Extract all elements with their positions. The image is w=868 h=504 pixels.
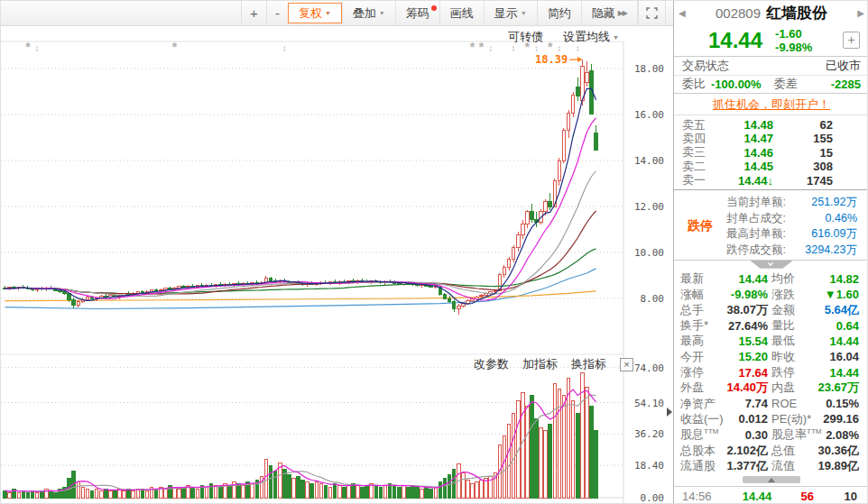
stat-label: 换手* bbox=[680, 317, 708, 334]
high-price-annotation: 18.39 bbox=[535, 53, 568, 66]
limit-info-value: 3294.23万 bbox=[805, 243, 857, 258]
stat-cell: 涨跌▼1.60 bbox=[771, 287, 863, 302]
stat-label: 跌停 bbox=[771, 364, 795, 380]
pane-collapse-handle[interactable] bbox=[667, 408, 672, 417]
toolbar-button-label: 叠加 bbox=[353, 5, 376, 22]
volume-bar bbox=[544, 431, 548, 498]
volume-bar bbox=[392, 485, 396, 498]
candle-body bbox=[544, 202, 548, 211]
toolbar-button-draw-line[interactable]: 画线 bbox=[439, 1, 484, 25]
stat-value: 7.74 bbox=[716, 397, 771, 410]
stat-value: 15.54 bbox=[704, 334, 771, 348]
price-axis-label: 14.00 bbox=[634, 155, 664, 167]
stat-label: 均价 bbox=[771, 270, 795, 287]
zoom-in-button[interactable]: + bbox=[241, 1, 266, 25]
weicha-value: -2285 bbox=[831, 78, 861, 91]
tick-price: 14.44 bbox=[729, 490, 785, 503]
add-to-watchlist-button[interactable]: + bbox=[843, 32, 860, 49]
volume-bar bbox=[443, 479, 447, 498]
toolbar-button-simple-mode[interactable]: 简约 bbox=[537, 1, 581, 25]
volume-axis-label: 0.00 bbox=[641, 492, 665, 504]
tick-volume: 56 bbox=[785, 490, 834, 503]
volume-bar bbox=[476, 481, 479, 498]
stat-cell: ROE0.15% bbox=[771, 396, 863, 411]
zoom-out-button[interactable]: - bbox=[266, 1, 288, 25]
sell-order-row[interactable]: 卖一14.44↓1745 bbox=[674, 173, 868, 187]
volume-bar bbox=[540, 427, 543, 498]
volume-bar bbox=[242, 485, 245, 498]
fullscreen-button[interactable] bbox=[638, 1, 666, 25]
candle-body bbox=[59, 290, 62, 292]
weibi-label: 委比 bbox=[682, 76, 706, 92]
volume-bar bbox=[54, 492, 58, 498]
stats-grid: 最新14.44均价14.82涨幅-9.98%涨跌▼1.60总手38.07万金额5… bbox=[674, 269, 868, 474]
candle-body bbox=[31, 289, 34, 290]
stat-label: ROE bbox=[771, 397, 797, 410]
sell-order-row[interactable]: 卖五14.4862 bbox=[674, 118, 868, 132]
chart-toolbar: + - 复权▼叠加▼筹码画线显示▼简约隐藏▶▶ bbox=[1, 1, 673, 26]
weicha-label: 委差 bbox=[774, 76, 798, 92]
sell-price: 14.48 bbox=[708, 118, 773, 132]
sell-order-row[interactable]: 卖四14.47155 bbox=[674, 132, 868, 145]
stat-cell: 跌停14.44 bbox=[771, 364, 863, 380]
volume-bar bbox=[4, 490, 7, 498]
switch-indicator-link[interactable]: 换指标 bbox=[571, 356, 606, 372]
candle-body bbox=[86, 298, 89, 300]
sell-order-row[interactable]: 卖二14.45308 bbox=[674, 160, 868, 173]
stat-label: 净资产 bbox=[680, 396, 716, 412]
stat-value: 38.07万 bbox=[704, 302, 771, 318]
next-stock-icon[interactable]: ▶ bbox=[853, 8, 868, 18]
volume-bar bbox=[50, 490, 53, 498]
close-indicator-icon[interactable]: × bbox=[620, 358, 633, 371]
event-updown-icon: ↕ bbox=[282, 43, 287, 53]
event-updown-icon: ↕ bbox=[488, 43, 493, 53]
add-indicator-link[interactable]: 加指标 bbox=[522, 356, 558, 372]
volume-bar bbox=[145, 490, 149, 498]
sell-volume: 308 bbox=[773, 160, 868, 173]
expand-limit-info-button[interactable] bbox=[750, 261, 793, 269]
toolbar-button-overlay[interactable]: 叠加▼ bbox=[342, 1, 395, 25]
volume-axis-label: 36.20 bbox=[634, 428, 664, 440]
edit-params-link[interactable]: 改参数 bbox=[474, 356, 509, 372]
volume-bar bbox=[26, 492, 30, 498]
stat-label: 内盘 bbox=[771, 380, 795, 396]
candle-body bbox=[586, 73, 589, 83]
chevron-down-icon: ▼ bbox=[521, 10, 527, 16]
volume-bar bbox=[531, 396, 534, 498]
volume-bar bbox=[292, 479, 296, 498]
convertible-bond-link[interactable]: 可转债 bbox=[508, 29, 543, 45]
volume-bar bbox=[205, 487, 208, 498]
prev-stock-icon[interactable]: ◀ bbox=[674, 8, 690, 18]
toolbar-button-hide[interactable]: 隐藏▶▶ bbox=[581, 1, 638, 25]
stat-row: 总手38.07万金额5.64亿 bbox=[680, 302, 863, 317]
sell-price: 14.46 bbox=[708, 146, 773, 160]
price-axis-label: 8.00 bbox=[641, 293, 665, 305]
stat-cell: 外盘14.40万 bbox=[680, 380, 771, 396]
last-tick-row[interactable]: 14:56 14.44 56 10 bbox=[674, 486, 868, 504]
sell-volume: 15 bbox=[773, 146, 868, 160]
chevron-down-icon: ▼ bbox=[379, 10, 385, 16]
toolbar-button-label: 隐藏 bbox=[592, 5, 615, 22]
stock-app-window: + - 复权▼叠加▼筹码画线显示▼简约隐藏▶▶ 可转债 设置均线▼ 改参数 加指… bbox=[0, 0, 868, 504]
collapse-stats-button[interactable] bbox=[743, 476, 800, 484]
ma-line-20 bbox=[5, 171, 596, 297]
volume-bar bbox=[480, 481, 484, 499]
stat-label: 股息率TTM bbox=[771, 426, 821, 443]
price-axis-label: 18.00 bbox=[634, 63, 664, 75]
stat-value: 15.20 bbox=[704, 350, 771, 363]
candle-body bbox=[558, 160, 561, 181]
volume-bar bbox=[273, 472, 277, 498]
ma-settings-link[interactable]: 设置均线▼ bbox=[563, 29, 619, 45]
open-account-ad-link[interactable]: 抓住机会，即刻开户！ bbox=[713, 96, 830, 113]
stat-row: 今开15.20昨收16.04 bbox=[680, 349, 863, 364]
toolbar-button-chips[interactable]: 筹码 bbox=[395, 1, 439, 25]
stock-chart[interactable]: 18.0016.0014.0012.0010.008.0074.0054.103… bbox=[1, 26, 673, 504]
toolbar-button-display[interactable]: 显示▼ bbox=[484, 1, 537, 25]
candle-body bbox=[77, 301, 80, 306]
sell-order-row[interactable]: 卖三14.4615 bbox=[674, 146, 868, 160]
chevron-down-icon: ▼ bbox=[613, 34, 619, 41]
candle-body bbox=[178, 287, 181, 289]
volume-bar bbox=[22, 490, 25, 498]
toolbar-button-adjust-price[interactable]: 复权▼ bbox=[288, 3, 342, 23]
candle-body bbox=[443, 294, 447, 298]
